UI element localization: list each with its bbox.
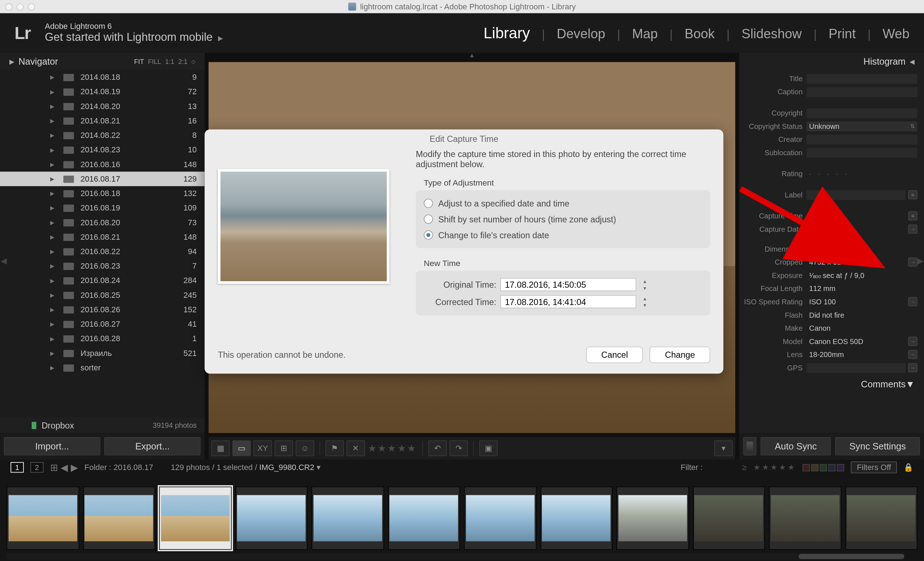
folder-row[interactable]: ▶ 2016.08.18 132 bbox=[0, 186, 205, 201]
chip-purple[interactable] bbox=[837, 464, 844, 471]
filmstrip-thumb-selected[interactable] bbox=[159, 487, 231, 550]
disclosure-triangle-icon[interactable]: ▶ bbox=[50, 321, 54, 327]
prev-source-icon[interactable]: ◀ bbox=[61, 462, 68, 472]
navigator-panel-header[interactable]: ▶ Navigator FIT FILL 1:1 2:1 ◇ bbox=[0, 53, 205, 70]
rotate-cw-button[interactable]: ↷ bbox=[449, 440, 468, 456]
disclosure-triangle-icon[interactable]: ▶ bbox=[50, 278, 54, 284]
model-go-button[interactable]: → bbox=[908, 337, 918, 346]
label-menu-button[interactable]: ≡ bbox=[908, 190, 918, 200]
radio-shift-hours[interactable]: Shift by set number of hours (time zone … bbox=[424, 211, 702, 227]
filter-lock-icon[interactable]: 🔒 bbox=[903, 463, 913, 472]
filmstrip-thumb[interactable] bbox=[616, 487, 688, 550]
filmstrip-thumb[interactable] bbox=[845, 487, 918, 550]
filmstrip-thumb[interactable] bbox=[6, 487, 79, 550]
rotate-ccw-button[interactable]: ↶ bbox=[428, 440, 447, 456]
disclosure-triangle-icon[interactable]: ▶ bbox=[50, 219, 54, 225]
filmstrip-thumb[interactable] bbox=[236, 487, 308, 550]
disclosure-triangle-icon[interactable]: ▶ bbox=[50, 190, 54, 196]
filmstrip-thumb[interactable] bbox=[540, 487, 612, 550]
folders-list[interactable]: ▶ 2014.08.18 9▶ 2014.08.19 72▶ 2014.08.2… bbox=[0, 70, 205, 417]
close-window-icon[interactable] bbox=[5, 3, 13, 10]
folder-row[interactable]: ▶ 2016.08.24 284 bbox=[0, 273, 205, 288]
secondary-display-2-button[interactable]: 2 bbox=[30, 462, 44, 472]
compare-view-button[interactable]: XY bbox=[254, 440, 272, 456]
disclosure-triangle-icon[interactable]: ▶ bbox=[50, 336, 54, 342]
folder-row[interactable]: ▶ 2016.08.21 148 bbox=[0, 230, 205, 244]
gps-field[interactable] bbox=[807, 363, 906, 372]
top-panel-handle-icon[interactable]: ▲ bbox=[208, 53, 735, 58]
right-panel-handle-icon[interactable]: ▶ bbox=[918, 256, 923, 266]
disclosure-triangle-icon[interactable]: ▶ bbox=[50, 161, 54, 167]
folder-row[interactable]: ▶ 2014.08.21 16 bbox=[0, 114, 205, 128]
zoom-window-icon[interactable] bbox=[28, 3, 35, 10]
folder-row[interactable]: ▶ 2016.08.25 245 bbox=[0, 288, 205, 302]
left-panel-handle-icon[interactable]: ◀ bbox=[1, 256, 6, 266]
rating-field[interactable]: · · · · · bbox=[807, 169, 918, 178]
filmstrip-thumb[interactable] bbox=[693, 487, 765, 550]
folder-row[interactable]: ▶ 2016.08.23 7 bbox=[0, 259, 205, 273]
folder-row[interactable]: ▶ 2014.08.20 13 bbox=[0, 99, 205, 113]
disclosure-triangle-icon[interactable]: ▶ bbox=[50, 263, 54, 269]
corrected-time-stepper[interactable]: ▲▼ bbox=[640, 295, 650, 308]
loupe-view-button[interactable]: ▭ bbox=[232, 440, 251, 456]
minimize-window-icon[interactable] bbox=[16, 3, 24, 10]
secondary-display-1-button[interactable]: 1 bbox=[10, 462, 24, 472]
module-slideshow[interactable]: Slideshow bbox=[742, 26, 802, 41]
folder-row[interactable]: ▶ 2014.08.19 72 bbox=[0, 84, 205, 99]
folder-row[interactable]: ▶ 2016.08.28 1 bbox=[0, 332, 205, 346]
sublocation-field[interactable] bbox=[807, 148, 918, 158]
module-web[interactable]: Web bbox=[882, 26, 910, 41]
copyright-status-select[interactable]: Unknown⇅ bbox=[807, 121, 918, 131]
disclosure-triangle-icon[interactable]: ▶ bbox=[50, 248, 54, 254]
filter-compare-icon[interactable]: ≥ bbox=[742, 463, 746, 472]
folder-row[interactable]: ▶ 2016.08.16 148 bbox=[0, 157, 205, 171]
people-view-button[interactable]: ☺ bbox=[296, 440, 314, 456]
folder-row[interactable]: ▶ 2014.08.22 8 bbox=[0, 128, 205, 142]
comments-panel-header[interactable]: Comments▼ bbox=[739, 376, 924, 392]
nav-mode-2-1[interactable]: 2:1 bbox=[178, 58, 188, 65]
disclosure-triangle-icon[interactable]: ▶ bbox=[50, 205, 54, 211]
disclosure-triangle-icon[interactable]: ▶ bbox=[50, 89, 54, 94]
cancel-button[interactable]: Cancel bbox=[586, 346, 643, 363]
radio-file-creation[interactable]: Change to file's creation date bbox=[424, 227, 702, 243]
module-develop[interactable]: Develop bbox=[557, 26, 605, 41]
folder-row[interactable]: ▶ 2016.08.22 94 bbox=[0, 244, 205, 259]
chip-red[interactable] bbox=[803, 464, 810, 471]
grid-view-button[interactable]: ▦ bbox=[211, 440, 230, 456]
disclosure-triangle-icon[interactable]: ▶ bbox=[50, 292, 54, 298]
flag-reject-button[interactable]: ✕ bbox=[346, 440, 365, 456]
filter-rating-stars[interactable]: ★★★★★ bbox=[753, 463, 796, 472]
iso-go-button[interactable]: → bbox=[908, 297, 918, 306]
flag-pick-button[interactable]: ⚑ bbox=[325, 440, 344, 456]
filter-color-labels[interactable] bbox=[803, 464, 844, 471]
capture-time-edit-button[interactable]: ≡ bbox=[908, 211, 918, 220]
gps-go-button[interactable]: → bbox=[908, 363, 918, 372]
module-library[interactable]: Library bbox=[484, 24, 530, 42]
original-time-stepper[interactable]: ▲▼ bbox=[640, 278, 650, 291]
chip-green[interactable] bbox=[820, 464, 827, 471]
nav-mode-fill[interactable]: FILL bbox=[148, 58, 161, 65]
disclosure-triangle-icon[interactable]: ▶ bbox=[50, 234, 54, 240]
toolbar-chevron-button[interactable]: ▾ bbox=[714, 440, 733, 456]
copyright-field[interactable] bbox=[807, 108, 918, 118]
import-button[interactable]: Import... bbox=[4, 437, 100, 456]
filmstrip-thumb[interactable] bbox=[82, 487, 155, 550]
filmstrip-thumb[interactable] bbox=[388, 487, 460, 550]
module-print[interactable]: Print bbox=[829, 26, 856, 41]
folder-row[interactable]: ▶ 2016.08.17 129 bbox=[0, 171, 205, 186]
get-started-mobile-link[interactable]: Get started with Lightroom mobile▶ bbox=[45, 31, 223, 44]
module-map[interactable]: Map bbox=[632, 26, 658, 41]
disclosure-triangle-icon[interactable]: ▶ bbox=[50, 306, 54, 312]
dropbox-row[interactable]: Dropbox 39194 photos bbox=[0, 417, 205, 433]
disclosure-triangle-icon[interactable]: ▶ bbox=[50, 132, 54, 138]
folder-row[interactable]: ▶ 2016.08.27 41 bbox=[0, 317, 205, 332]
chevron-updown-icon[interactable]: ◇ bbox=[191, 58, 195, 64]
folder-row[interactable]: ▶ 2016.08.19 109 bbox=[0, 201, 205, 215]
source-path[interactable]: Folder : 2016.08.17 bbox=[84, 463, 153, 472]
disclosure-triangle-icon[interactable]: ▶ bbox=[50, 364, 54, 370]
folder-row[interactable]: ▶ 2014.08.18 9 bbox=[0, 70, 205, 84]
export-button[interactable]: Export... bbox=[104, 437, 201, 456]
filmstrip-scrollbar[interactable] bbox=[6, 553, 904, 560]
nav-mode-fit[interactable]: FIT bbox=[134, 58, 144, 65]
folder-row[interactable]: ▶ sorter bbox=[0, 360, 205, 375]
